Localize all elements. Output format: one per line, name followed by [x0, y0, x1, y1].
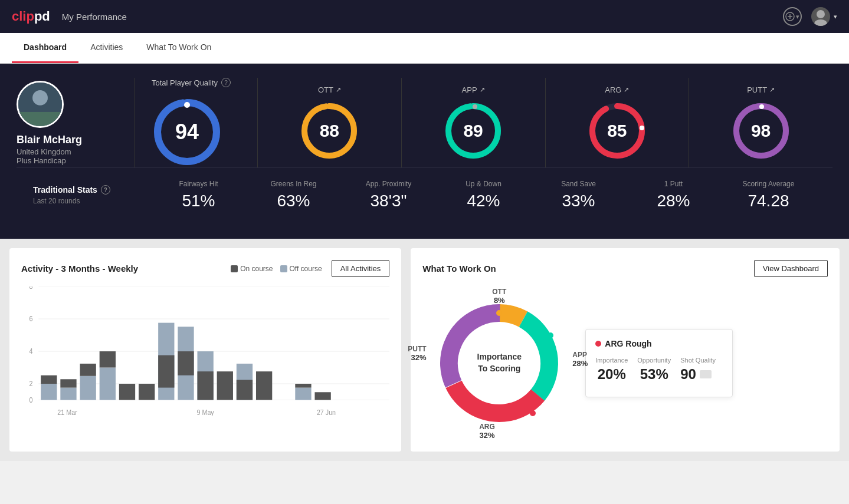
view-dashboard-button[interactable]: View Dashboard [754, 260, 828, 277]
svg-rect-52 [237, 380, 253, 400]
player-avatar [17, 81, 64, 128]
svg-rect-34 [41, 384, 57, 400]
trad-stats-info-icon[interactable]: ? [101, 185, 110, 195]
svg-rect-38 [80, 376, 96, 400]
svg-point-17 [473, 104, 477, 109]
svg-point-20 [640, 126, 644, 130]
svg-point-3 [817, 10, 825, 18]
svg-point-6 [32, 90, 48, 105]
detail-card-title: ARG Rough [595, 339, 723, 348]
stat-scoring-average: Scoring Average 74.28 [721, 180, 816, 210]
putt-score: 98 [751, 121, 771, 141]
stat-sand-save: Sand Save 33% [531, 180, 626, 210]
svg-rect-47 [178, 351, 194, 375]
header: clippd My Performance ▾ ▾ [0, 0, 849, 33]
total-quality-score: 94 [175, 120, 199, 144]
metric-ott: OTT ↗ 88 [258, 78, 402, 167]
svg-rect-39 [80, 364, 96, 376]
logo-text: clippd [12, 9, 50, 24]
wtwo-title: What To Work On [422, 263, 496, 274]
activity-chart-area: 8 6 4 2 0 [21, 286, 389, 416]
nav-tabs: Dashboard Activities What To Work On [0, 33, 849, 64]
svg-point-14 [327, 104, 332, 109]
detail-metric-opportunity: Opportunity 53% [637, 357, 671, 383]
metric-putt: PUTT ↗ 98 [689, 78, 832, 167]
stat-up-and-down: Up & Down 42% [436, 180, 531, 210]
stats-top: Blair McHarg United Kingdom Plus Handica… [17, 78, 832, 167]
tab-dashboard[interactable]: Dashboard [12, 33, 78, 63]
all-activities-button[interactable]: All Activities [332, 260, 390, 277]
stat-app-proximity: App. Proximity 38'3" [341, 180, 436, 210]
putt-trend-icon: ↗ [769, 86, 775, 94]
svg-rect-41 [100, 351, 116, 368]
header-right: ▾ ▾ [783, 7, 837, 26]
trad-stats-subtitle: Last 20 rounds [33, 197, 151, 205]
ott-score: 88 [320, 121, 339, 141]
stats-banner: Blair McHarg United Kingdom Plus Handica… [0, 64, 849, 239]
trad-metrics-row: Fairways Hit 51% Greens In Reg 63% App. … [151, 180, 816, 210]
legend-off-course: Off course [280, 265, 322, 273]
header-title: My Performance [62, 12, 127, 22]
metrics-row: OTT ↗ 88 APP [258, 78, 832, 167]
detail-metric-shot-quality: Shot Quality 90 [680, 357, 716, 383]
arg-ring: 85 [588, 101, 647, 160]
tab-what-to-work-on[interactable]: What To Work On [135, 33, 223, 63]
quality-main: Total Player Quality ? 94 [152, 78, 258, 167]
legend-on-course-dot [231, 265, 238, 272]
stat-1-putt: 1 Putt 28% [626, 180, 721, 210]
segment-label-ott: OTT 8% [492, 288, 506, 305]
what-to-work-on-card: What To Work On View Dashboard [411, 248, 840, 452]
svg-rect-45 [158, 355, 174, 388]
ott-trend-icon: ↗ [336, 86, 341, 94]
player-country: United Kingdom [17, 147, 71, 156]
wtwo-header: What To Work On View Dashboard [422, 260, 828, 277]
player-handicap: Plus Handicap [17, 156, 66, 165]
metric-arg: ARG ↗ 85 [546, 78, 690, 167]
traditional-stats: Traditional Stats ? Last 20 rounds Fairw… [17, 167, 832, 225]
svg-text:2: 2 [29, 380, 33, 388]
activity-chart-title: Activity - 3 Months - Weekly [21, 263, 138, 274]
svg-rect-36 [60, 388, 76, 400]
svg-rect-35 [41, 375, 57, 384]
svg-rect-53 [256, 371, 272, 400]
activity-chart-svg: 8 6 4 2 0 [21, 286, 389, 416]
activity-chart-card: Activity - 3 Months - Weekly On course O… [9, 248, 401, 452]
segment-label-arg: ARG 32% [479, 423, 495, 440]
ott-ring: 88 [300, 101, 359, 160]
svg-point-11 [184, 102, 190, 108]
add-button[interactable]: ▾ [783, 7, 802, 26]
detail-dot [595, 341, 601, 347]
shot-quality-bar [700, 370, 712, 378]
player-info: Blair McHarg United Kingdom Plus Handica… [17, 81, 135, 165]
quality-info-icon[interactable]: ? [221, 78, 231, 87]
svg-text:4: 4 [29, 348, 34, 355]
arg-trend-icon: ↗ [624, 86, 629, 94]
metric-app: APP ↗ 89 [402, 78, 546, 167]
app-trend-icon: ↗ [480, 86, 485, 94]
app-ring: 89 [444, 101, 503, 160]
user-avatar-wrapper[interactable]: ▾ [811, 7, 837, 26]
svg-text:9 May: 9 May [197, 409, 214, 416]
donut-chart-area: ImportanceTo Scoring OTT 8% APP 28% ARG … [422, 286, 576, 440]
segment-label-app: APP 28% [572, 351, 588, 368]
quality-section: Total Player Quality ? 94 OTT [135, 78, 832, 167]
svg-text:6: 6 [29, 315, 33, 323]
svg-rect-40 [100, 368, 116, 400]
tab-activities[interactable]: Activities [78, 33, 135, 63]
trad-stats-label: Traditional Stats ? Last 20 rounds [33, 185, 151, 205]
svg-rect-50 [217, 371, 233, 400]
putt-ring: 98 [732, 101, 791, 160]
segment-label-putt: PUTT 32% [408, 345, 426, 362]
detail-card: ARG Rough Importance 20% Opportunity 53%… [585, 329, 733, 397]
stat-fairways-hit: Fairways Hit 51% [151, 180, 246, 210]
svg-text:27 Jun: 27 Jun [317, 409, 336, 416]
detail-metrics: Importance 20% Opportunity 53% Shot Qual… [595, 357, 723, 383]
activity-chart-header: Activity - 3 Months - Weekly On course O… [21, 260, 389, 277]
svg-rect-54 [295, 388, 311, 400]
svg-rect-55 [295, 384, 311, 388]
legend-off-course-dot [280, 265, 287, 272]
svg-point-65 [548, 332, 553, 338]
svg-rect-42 [119, 384, 135, 400]
svg-point-66 [530, 410, 536, 416]
svg-rect-49 [197, 371, 213, 400]
